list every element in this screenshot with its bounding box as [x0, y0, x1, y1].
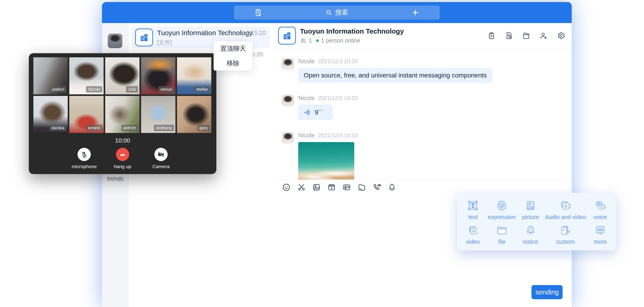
- settings-gear-icon[interactable]: [556, 31, 566, 40]
- add-member-icon[interactable]: [539, 31, 548, 40]
- sender-avatar[interactable]: [282, 95, 294, 107]
- participant-video: danika: [34, 96, 68, 133]
- voice-wave-icon: [304, 108, 312, 116]
- contact-card-icon[interactable]: [342, 183, 351, 192]
- expression-icon: [495, 199, 508, 212]
- call-log-icon[interactable]: [254, 8, 263, 18]
- video-icon[interactable]: [327, 183, 336, 192]
- mic-off-icon: [80, 151, 88, 158]
- user-avatar[interactable]: [108, 33, 122, 48]
- hang-up-icon: [119, 151, 126, 158]
- top-bar: 搜索 +: [102, 2, 572, 23]
- participant-name: gary: [197, 125, 210, 131]
- file-folder-icon: [495, 224, 508, 237]
- participant-name: Nicole: [86, 86, 102, 92]
- text-bubble: Open source, free, and universal instant…: [298, 68, 492, 83]
- message-voice: Nicole 2021/12/3 10:33 9``: [282, 95, 562, 120]
- online-dot: [316, 39, 319, 42]
- building-icon: [139, 32, 149, 42]
- file-icon[interactable]: [522, 31, 531, 40]
- participant-video: Nicole: [69, 57, 104, 94]
- audio-video-icon: [559, 199, 572, 212]
- chat-record-search-icon[interactable]: [504, 31, 514, 40]
- menu-item-remove[interactable]: 移除: [214, 56, 252, 71]
- message-time: 2021/12/3 10:33: [318, 132, 358, 139]
- message-image: Nicole 2021/12/3 10:33: [282, 132, 562, 180]
- more-icon: [594, 224, 607, 237]
- notification-bell-icon[interactable]: [388, 183, 396, 192]
- panel-item-expression[interactable]: expression: [487, 197, 516, 222]
- panel-item-video[interactable]: video: [458, 222, 487, 247]
- conversation-title: Tuoyun Information Technology: [157, 29, 251, 37]
- panel-item-picture[interactable]: picture: [516, 197, 545, 222]
- participant-name: danika: [50, 125, 66, 131]
- building-icon: [282, 31, 292, 41]
- search-bar[interactable]: 搜索 +: [234, 5, 440, 20]
- panel-item-text[interactable]: text: [458, 197, 487, 222]
- notice-bell-icon: [524, 224, 537, 237]
- group-avatar: [278, 27, 296, 44]
- video-call-icon[interactable]: [372, 183, 382, 192]
- folder-icon[interactable]: [357, 183, 366, 192]
- picture-icon[interactable]: [312, 183, 321, 192]
- send-button[interactable]: sending: [532, 285, 562, 299]
- panel-item-notice[interactable]: notice: [516, 222, 545, 247]
- panel-label: notice: [523, 239, 538, 245]
- panel-item-audio-video[interactable]: Audio and video: [545, 197, 586, 222]
- panel-item-file[interactable]: file: [487, 222, 516, 247]
- conversation-time: 15:20: [251, 29, 266, 36]
- microphone-button[interactable]: microphone: [72, 148, 97, 169]
- members-icon: [300, 37, 306, 44]
- video-call-overlay: patton Nicole zole venus stellar danika …: [29, 53, 216, 174]
- participant-video: venus: [141, 57, 176, 94]
- picture-icon: [524, 199, 537, 212]
- participant-video: ernest: [69, 96, 104, 133]
- panel-label: more: [594, 239, 607, 245]
- voice-icon: [594, 199, 607, 212]
- voice-bubble[interactable]: 9``: [298, 105, 333, 120]
- vote-icon[interactable]: [487, 31, 496, 40]
- chat-panel: Tuoyun Information Technology 1 1 person…: [272, 23, 572, 307]
- panel-label: expression: [488, 214, 516, 220]
- camera-button[interactable]: Camera: [148, 148, 174, 169]
- participant-name: stellar: [194, 86, 210, 92]
- participant-grid: patton Nicole zole venus stellar danika …: [34, 57, 212, 133]
- search-placeholder: 搜索: [335, 8, 348, 17]
- panel-item-voice[interactable]: voice: [586, 197, 615, 222]
- menu-item-pin-chat[interactable]: 置顶聊天: [214, 41, 252, 56]
- camera-off-icon: [157, 151, 165, 158]
- panel-label: file: [498, 239, 506, 245]
- participant-name: ernest: [86, 125, 102, 131]
- panel-item-custom[interactable]: custom: [545, 222, 586, 247]
- participant-video: Anthony: [141, 96, 176, 133]
- sender-name: Nicole: [298, 132, 315, 139]
- add-button[interactable]: +: [405, 5, 426, 20]
- custom-icon: [559, 224, 572, 237]
- panel-label: text: [468, 214, 478, 220]
- text-icon: [466, 199, 479, 212]
- search-field[interactable]: 搜索: [326, 8, 348, 17]
- input-toolbar: [272, 180, 572, 195]
- chat-title: Tuoyun Information Technology: [300, 27, 404, 35]
- participant-video: stellar: [177, 57, 211, 94]
- hang-up-label: hang up: [114, 164, 131, 169]
- image-attachment[interactable]: [298, 142, 354, 180]
- message-time: 2021/12/3 10:33: [318, 95, 358, 101]
- sender-avatar[interactable]: [282, 58, 294, 70]
- participant-video: zole: [105, 57, 140, 94]
- panel-item-more[interactable]: more: [586, 222, 615, 247]
- trends-label: trends: [102, 175, 129, 182]
- screenshot-scissors-icon[interactable]: [297, 183, 306, 192]
- online-status: 1 person online: [321, 37, 360, 44]
- search-icon: [326, 9, 332, 16]
- participant-video: gary: [177, 96, 211, 133]
- emoji-icon[interactable]: [282, 183, 291, 192]
- message-type-panel: text expression picture: [457, 193, 616, 250]
- participant-video: patton: [34, 57, 68, 94]
- panel-label: Audio and video: [545, 214, 586, 220]
- panel-label: video: [466, 239, 480, 245]
- participant-name: Anthony: [154, 125, 174, 131]
- panel-label: custom: [556, 239, 575, 245]
- hang-up-button[interactable]: hang up: [110, 148, 135, 169]
- sender-avatar[interactable]: [282, 132, 294, 144]
